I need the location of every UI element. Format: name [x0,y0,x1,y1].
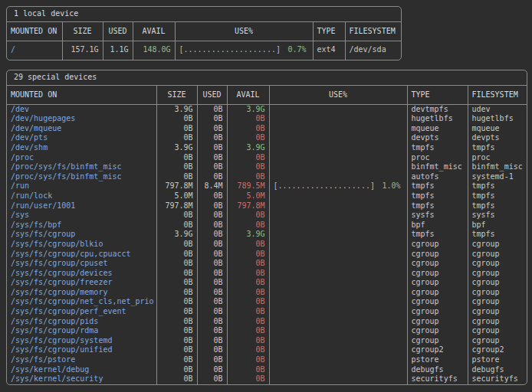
avail-cell: 0B [227,220,269,230]
column-header-filesystem: FILESYSTEM [468,86,527,105]
size-cell: 0B [156,172,197,182]
column-header-used: USED [197,86,227,105]
avail-cell: 0B [227,211,269,220]
used-cell: 0B [197,288,227,298]
avail-cell: 0B [227,250,269,260]
filesystem-cell: pstore [468,355,527,365]
table-row: /dev3.9G0B3.9Gdevtmpfsudev [7,104,527,114]
filesystem-cell: cgroup [468,278,527,288]
use-percent-cell: [....................]1.0% [269,181,407,191]
used-cell: 0B [197,211,227,220]
use-percent-cell [269,172,407,182]
avail-cell: 0B [227,288,269,298]
filesystem-cell: cgroup [468,336,527,346]
mounted-on-cell: /sys/fs/cgroup/rdma [7,326,156,336]
avail-cell: 0B [227,269,269,279]
mounted-on-cell: /sys/fs/cgroup/devices [7,269,156,279]
mounted-on-cell: /sys/fs/cgroup/net_cls,net_prio [7,297,156,307]
terminal-screen: 1 local device MOUNTED ONSIZEUSEDAVAILUS… [0,0,532,392]
table-row: /dev/shm3.9G0B3.9Gtmpfstmpfs [7,143,527,153]
header-row: MOUNTED ONSIZEUSEDAVAILUSE%TYPEFILESYSTE… [7,86,527,105]
use-percent-cell [269,104,407,114]
type-cell: devtmpfs [407,104,468,114]
mounted-on-cell: /proc/sys/fs/binfmt_misc [7,162,156,172]
type-cell: tmpfs [407,181,468,191]
avail-cell: 3.9G [227,104,269,114]
size-cell: 0B [156,307,197,317]
used-cell: 0B [197,153,227,163]
use-percent-cell: [....................]0.7% [175,41,313,60]
mounted-on-cell: /sys/fs/cgroup/unified [7,345,156,355]
local-devices-table: 1 local device MOUNTED ONSIZEUSEDAVAILUS… [6,6,402,60]
avail-cell: 0B [227,326,269,336]
size-cell: 0B [156,250,197,260]
used-cell: 0B [197,365,227,375]
size-cell: 0B [156,211,197,220]
table-row: /sys/fs/pstore0B0B0Bpstorepstore [7,355,527,365]
table-row: /157.1G1.1G148.0G[....................]0… [7,41,401,60]
size-cell: 0B [156,345,197,355]
filesystem-cell: cgroup [468,250,527,260]
use-percent-cell [269,211,407,220]
mounted-on-cell: /sys/kernel/debug [7,365,156,375]
table-row: /sys/fs/cgroup/devices0B0B0Bcgroupcgroup [7,269,527,279]
filesystem-cell: proc [468,153,527,163]
special-devices-table: 29 special devices MOUNTED ONSIZEUSEDAVA… [6,70,527,385]
used-cell: 0B [197,326,227,336]
avail-cell: 0B [227,124,269,134]
use-percent-cell [269,114,407,124]
mounted-on-cell: /proc [7,153,156,163]
avail-cell: 797.8M [227,201,269,211]
use-percent-cell [269,345,407,355]
filesystem-cell: tmpfs [468,191,527,201]
mounted-on-cell: /dev/mqueue [7,124,156,134]
size-cell: 3.9G [156,230,197,240]
filesystem-cell: cgroup [468,297,527,307]
filesystem-cell: cgroup [468,326,527,336]
mounted-on-cell: /sys/kernel/security [7,374,156,384]
use-percent-cell [269,143,407,153]
mounted-on-cell: /run/lock [7,191,156,201]
used-cell: 0B [197,133,227,143]
table-row: /sys/fs/cgroup/perf_event0B0B0Bcgroupcgr… [7,307,527,317]
table-row: /run/user/1001797.8M0B797.8Mtmpfstmpfs [7,201,527,211]
filesystem-cell: cgroup [468,288,527,298]
mounted-on-cell: / [7,41,62,60]
type-cell: binfmt_misc [407,162,468,172]
use-percent-cell [269,220,407,230]
avail-cell: 0B [227,278,269,288]
size-cell: 0B [156,326,197,336]
use-percent-cell [269,133,407,143]
filesystem-cell: tmpfs [468,181,527,191]
type-cell: proc [407,153,468,163]
filesystem-cell: sysfs [468,211,527,220]
mounted-on-cell: /sys/fs/cgroup/systemd [7,336,156,346]
use-percent-cell [269,365,407,375]
filesystem-cell: /dev/sda [345,41,401,60]
usage-bar: [....................] [274,181,375,191]
used-cell: 0B [197,297,227,307]
use-percent-cell [269,297,407,307]
used-cell: 0B [197,374,227,384]
filesystem-cell: debugfs [468,365,527,375]
use-percent-cell [269,201,407,211]
use-percent-cell [269,355,407,365]
filesystem-cell: bpf [468,220,527,230]
used-cell: 0B [197,124,227,134]
mounted-on-cell: /dev [7,104,156,114]
type-cell: cgroup [407,288,468,298]
use-percent-cell [269,278,407,288]
type-cell: cgroup [407,240,468,250]
table-row: /run/lock5.0M0B5.0Mtmpfstmpfs [7,191,527,201]
filesystem-cell: securityfs [468,374,527,384]
usage-percent: 1.0% [382,181,400,191]
size-cell: 3.9G [156,143,197,153]
size-cell: 0B [156,317,197,327]
mounted-on-cell: /sys/fs/cgroup/perf_event [7,307,156,317]
table-row: /proc/sys/fs/binfmt_misc0B0B0Bautofssyst… [7,172,527,182]
type-cell: cgroup [407,297,468,307]
size-cell: 0B [156,278,197,288]
use-percent-cell [269,230,407,240]
filesystem-cell: binfmt_misc [468,162,527,172]
mounted-on-cell: /sys/fs/cgroup/cpuset [7,259,156,269]
